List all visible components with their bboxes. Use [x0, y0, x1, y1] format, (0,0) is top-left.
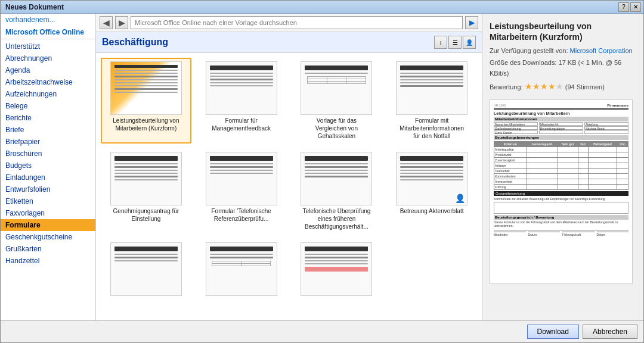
sidebar-item-einladungen[interactable]: Einladungen [1, 172, 95, 183]
cancel-button[interactable]: Abbrechen [583, 325, 637, 339]
sidebar-item-formulare[interactable]: Formulare [1, 219, 95, 231]
preview-rating: Bewertung: ★★★★★ (94 Stimmen) [490, 80, 636, 93]
search-input[interactable] [131, 16, 463, 29]
sidebar-item-grusskarten[interactable]: Grußkarten [1, 243, 95, 255]
templates-area[interactable]: Leistungsbeurteilung von Mitarbeitern (K… [96, 53, 482, 320]
download-button[interactable]: Download [527, 325, 579, 339]
provider-link[interactable]: Microsoft Corporation [570, 47, 633, 54]
template-thumbnail-leistungsbeurteilung [110, 61, 182, 115]
sidebar-separator [1, 39, 95, 39]
template-thumbnail-gehaltsskalen [301, 61, 372, 115]
sidebar-item-etiketten[interactable]: Etiketten [1, 195, 95, 207]
title-bar: Neues Dokument ? ✕ [1, 1, 643, 14]
template-label-leistungsbeurteilung: Leistungsbeurteilung von Mitarbeitern (K… [110, 117, 182, 132]
sidebar-item-budgets[interactable]: Budgets [1, 160, 95, 172]
template-item-telefonische-ueberpruefung[interactable]: Telefonische Überprüfung eines früheren … [292, 148, 382, 234]
template-thumbnail-9 [110, 242, 182, 296]
template-label-telefonische-ueberpruefung: Telefonische Überprüfung eines früheren … [301, 207, 372, 230]
category-title: Beschäftigung [102, 37, 168, 48]
stars-empty: ★ [556, 82, 564, 91]
template-thumbnail-managementfeedback [206, 61, 277, 115]
sidebar-item-aufzeichnungen[interactable]: Aufzeichnungen [1, 88, 95, 100]
preview-image: HR-1040 Firmenname Leistungsbeurteilung … [490, 99, 633, 284]
sidebar-item-geschenkgutscheine[interactable]: Geschenkgutscheine [1, 231, 95, 243]
sidebar-item-faxvorlagen[interactable]: Faxvorlagen [1, 207, 95, 219]
back-button[interactable]: ◀ [100, 16, 113, 29]
search-go-button[interactable]: ▶ [465, 16, 478, 29]
close-button[interactable]: ✕ [630, 2, 641, 12]
sidebar-item-handzettel[interactable]: Handzettel [1, 255, 95, 267]
title-bar-controls: ? ✕ [618, 2, 641, 12]
sidebar-item-vorhandene[interactable]: vorhandenem... [1, 14, 95, 26]
sort-button[interactable]: ↕ [434, 36, 447, 49]
template-label-genehmigungsantrag: Genehmigungsantrag für Einstellung [110, 207, 182, 223]
help-button[interactable]: ? [618, 2, 629, 12]
template-thumbnail-genehmigungsantrag [110, 152, 182, 205]
preview-title: Leistungsbeurteilung von Mitarbeitern (K… [490, 21, 636, 42]
sidebar-item-briefpapier[interactable]: Briefpapier [1, 136, 95, 148]
template-item-gehaltsskalen[interactable]: Vorlage für das Vergleichen von Gehaltss… [292, 58, 382, 144]
bottom-bar: Download Abbrechen [1, 320, 643, 342]
sidebar-item-berichte[interactable]: Berichte [1, 112, 95, 124]
sidebar-item-office-online[interactable]: Microsoft Office Online [1, 26, 95, 38]
template-label-managementfeedback: Formular für Managementfeedback [206, 117, 277, 132]
template-label-referenzueberpruefung: Formular 'Telefonische Referenzüberprüfu… [206, 207, 277, 223]
templates-grid: Leistungsbeurteilung von Mitarbeitern (K… [101, 58, 477, 301]
template-thumbnail-referenzueberpruefung [206, 152, 277, 205]
template-item-betreuung[interactable]: 👤 Betreuung Aktenvorblatt [386, 148, 477, 234]
sidebar-item-abrechnungen[interactable]: Abrechnungen [1, 52, 95, 64]
center-panel: ◀ ▶ ▶ Beschäftigung ↕ ☰ 👤 [96, 14, 482, 320]
template-item-11[interactable] [292, 239, 382, 301]
category-actions: ↕ ☰ 👤 [434, 36, 476, 49]
sidebar-scroll[interactable]: vorhandenem... Microsoft Office Online U… [1, 14, 95, 320]
template-thumbnail-betreuung: 👤 [396, 152, 467, 205]
window-title: Neues Dokument [3, 3, 64, 11]
sidebar-item-entwurfsfolien[interactable]: Entwurfsfolien [1, 183, 95, 195]
template-label-gehaltsskalen: Vorlage für das Vergleichen von Gehaltss… [301, 117, 372, 140]
sidebar-item-arbeitszeitnachweise[interactable]: Arbeitszeitnachweise [1, 76, 95, 88]
sidebar-item-agenda[interactable]: Agenda [1, 64, 95, 76]
template-item-genehmigungsantrag[interactable]: Genehmigungsantrag für Einstellung [101, 148, 191, 234]
template-item-managementfeedback[interactable]: Formular für Managementfeedback [196, 58, 287, 144]
person-filter-button[interactable]: 👤 [463, 36, 476, 49]
preview-document: HR-1040 Firmenname Leistungsbeurteilung … [490, 100, 632, 283]
template-thumbnail-mitarbeiternotfall [396, 61, 467, 115]
template-item-leistungsbeurteilung[interactable]: Leistungsbeurteilung von Mitarbeitern (K… [101, 58, 191, 144]
template-thumbnail-telefonische-ueberpruefung [301, 152, 372, 205]
category-header: Beschäftigung ↕ ☰ 👤 [96, 32, 482, 53]
person-icon: 👤 [455, 194, 465, 203]
forward-button[interactable]: ▶ [115, 16, 128, 29]
template-item-10[interactable] [196, 239, 287, 301]
main-content: vorhandenem... Microsoft Office Online U… [1, 14, 643, 320]
navigation-toolbar: ◀ ▶ ▶ [96, 14, 482, 32]
template-thumbnail-11 [301, 242, 372, 296]
sidebar-item-briefe[interactable]: Briefe [1, 124, 95, 136]
stars-full: ★★★★ [525, 82, 556, 91]
window: Neues Dokument ? ✕ vorhandenem... Micros… [0, 0, 644, 343]
template-item-mitarbeiternotfall[interactable]: Formular mit Mitarbeiterinformationen fü… [386, 58, 477, 144]
sidebar-item-unterstuetzt[interactable]: Unterstützt [1, 40, 95, 52]
template-item-referenzueberpruefung[interactable]: Formular 'Telefonische Referenzüberprüfu… [196, 148, 287, 234]
preview-size: Größe des Downloads: 17 KB (< 1 Min. @ 5… [490, 58, 636, 79]
template-label-betreuung: Betreuung Aktenvorblatt [400, 207, 464, 215]
sidebar: vorhandenem... Microsoft Office Online U… [1, 14, 96, 320]
template-item-9[interactable] [101, 239, 191, 301]
sidebar-item-broschueren[interactable]: Broschüren [1, 148, 95, 160]
template-thumbnail-10 [206, 242, 277, 296]
template-label-mitarbeiternotfall: Formular mit Mitarbeiterinformationen fü… [396, 117, 467, 140]
preview-provider: Zur Verfügung gestellt von: Microsoft Co… [490, 46, 636, 57]
sidebar-item-belege[interactable]: Belege [1, 100, 95, 112]
view-button[interactable]: ☰ [448, 36, 462, 49]
right-panel: Leistungsbeurteilung von Mitarbeitern (K… [482, 14, 643, 320]
